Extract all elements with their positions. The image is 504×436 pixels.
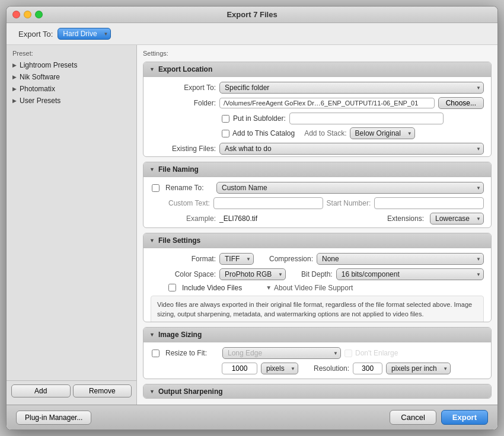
file-naming-section: ▼ File Naming Rename To: Custom Name <box>143 162 492 228</box>
subfolder-row: Put in Subfolder: <box>151 113 484 124</box>
output-sharpening-title: Output Sharpening <box>158 387 223 396</box>
image-sizing-title: Image Sizing <box>158 331 202 339</box>
include-video-label: Include Video Files <box>182 284 242 292</box>
image-sizing-header[interactable]: ▼ Image Sizing <box>143 328 491 342</box>
existing-files-select[interactable]: Ask what to do <box>219 143 484 155</box>
sidebar-item-nik-software[interactable]: ▶ Nik Software <box>7 71 136 83</box>
sidebar-item-label: Nik Software <box>20 73 60 81</box>
start-number-input[interactable] <box>374 197 484 209</box>
resolution-unit-wrap[interactable]: pixels per inch <box>386 363 451 374</box>
section-collapse-icon: ▼ <box>149 332 155 338</box>
extensions-select[interactable]: Lowercase <box>430 213 484 225</box>
color-bitdepth-row: Color Space: ProPhoto RGB Bit Depth: 16 … <box>151 268 484 280</box>
export-location-section: ▼ Export Location Export To: Specific fo… <box>143 62 492 157</box>
export-to-field-select[interactable]: Specific folder <box>219 82 484 94</box>
pixels-unit-select[interactable]: pixels <box>261 363 298 374</box>
file-settings-header[interactable]: ▼ File Settings <box>143 233 491 248</box>
rename-to-select-wrap[interactable]: Custom Name <box>216 182 484 194</box>
dont-enlarge-label: Don't Enlarge <box>355 349 398 357</box>
compression-select[interactable]: None <box>317 253 484 265</box>
export-location-header[interactable]: ▼ Export Location <box>143 62 491 77</box>
export-to-row: Export To: Specific folder <box>151 82 484 94</box>
plugin-manager-button[interactable]: Plug-in Manager... <box>16 411 91 425</box>
resize-select-wrap[interactable]: Long Edge <box>222 347 341 359</box>
rename-to-select[interactable]: Custom Name <box>216 182 484 194</box>
color-space-label: Color Space: <box>151 270 216 278</box>
rename-to-checkbox[interactable] <box>152 184 160 192</box>
include-video-checkbox[interactable] <box>168 284 176 291</box>
resize-row: Resize to Fit: Long Edge Don't Enlarge <box>151 347 484 359</box>
section-collapse-icon: ▼ <box>149 238 155 243</box>
output-sharpening-section: ▼ Output Sharpening <box>143 384 492 399</box>
subfolder-label: Put in Subfolder: <box>233 114 286 123</box>
pixels-input[interactable] <box>222 363 257 374</box>
dont-enlarge-row: Don't Enlarge <box>344 349 398 357</box>
sidebar: Preset: ▶ Lightroom Presets ▶ Nik Softwa… <box>7 45 137 405</box>
put-in-subfolder-checkbox[interactable] <box>222 115 229 123</box>
right-buttons: Cancel Export <box>390 410 488 425</box>
export-to-select-wrap[interactable]: Hard Drive <box>58 28 111 40</box>
resolution-label: Resolution: <box>314 364 349 373</box>
custom-text-input[interactable] <box>213 197 323 209</box>
window-controls <box>12 11 43 18</box>
bit-depth-select-wrap[interactable]: 16 bits/component <box>336 268 484 280</box>
example-label: Example: <box>168 214 216 223</box>
remove-preset-button[interactable]: Remove <box>73 384 132 397</box>
bit-depth-select[interactable]: 16 bits/component <box>336 268 484 280</box>
existing-files-select-wrap[interactable]: Ask what to do <box>219 143 484 155</box>
section-collapse-icon: ▼ <box>149 166 155 172</box>
titlebar: Export 7 Files <box>7 7 497 23</box>
triangle-icon: ▼ <box>266 284 272 291</box>
resize-to-fit-checkbox[interactable] <box>152 350 160 357</box>
file-naming-title: File Naming <box>158 165 199 174</box>
maximize-button[interactable] <box>35 11 43 18</box>
add-to-stack-select-wrap[interactable]: Below Original <box>350 127 415 139</box>
dont-enlarge-checkbox[interactable] <box>344 350 352 357</box>
section-collapse-icon: ▼ <box>149 66 155 72</box>
export-to-select[interactable]: Hard Drive <box>58 28 111 40</box>
folder-path[interactable]: /Volumes/FreeAgent GoFlex Dr…6_ENP_OUTPU… <box>219 98 435 108</box>
extensions-label: Extensions: <box>387 214 424 223</box>
resize-select[interactable]: Long Edge <box>222 347 341 359</box>
export-button[interactable]: Export <box>441 410 488 425</box>
cancel-button[interactable]: Cancel <box>390 410 436 425</box>
format-label: Format: <box>151 255 216 263</box>
add-to-catalog-checkbox[interactable] <box>222 130 229 137</box>
extensions-select-wrap[interactable]: Lowercase <box>430 213 484 225</box>
output-sharpening-header[interactable]: ▼ Output Sharpening <box>143 384 491 399</box>
format-select[interactable]: TIFF <box>219 253 254 265</box>
close-button[interactable] <box>12 11 20 18</box>
custom-text-label: Custom Text: <box>168 199 210 207</box>
sidebar-item-photomatix[interactable]: ▶ Photomatix <box>7 83 136 95</box>
about-video[interactable]: ▼ About Video File Support <box>266 284 353 292</box>
resolution-unit-select[interactable]: pixels per inch <box>386 363 451 374</box>
sidebar-item-lightroom-presets[interactable]: ▶ Lightroom Presets <box>7 59 136 71</box>
rename-to-row: Rename To: Custom Name <box>151 182 484 194</box>
arrow-icon: ▶ <box>12 86 17 92</box>
pixels-unit-wrap[interactable]: pixels <box>261 363 298 374</box>
folder-row: Folder: /Volumes/FreeAgent GoFlex Dr…6_E… <box>151 97 484 109</box>
color-space-select-wrap[interactable]: ProPhoto RGB <box>219 268 286 280</box>
color-space-select[interactable]: ProPhoto RGB <box>219 268 286 280</box>
resolution-input[interactable] <box>353 363 382 374</box>
bottom-bar: Plug-in Manager... Cancel Export <box>7 405 497 429</box>
choose-folder-button[interactable]: Choose... <box>438 97 484 109</box>
start-number-label: Start Number: <box>327 199 371 207</box>
sidebar-item-user-presets[interactable]: ▶ User Presets <box>7 95 136 107</box>
file-naming-header[interactable]: ▼ File Naming <box>143 162 491 177</box>
minimize-button[interactable] <box>24 11 31 18</box>
subfolder-input[interactable] <box>289 113 444 124</box>
pixels-resolution-row: pixels Resolution: pixels per inch <box>151 363 484 374</box>
format-select-wrap[interactable]: TIFF <box>219 253 254 265</box>
compression-select-wrap[interactable]: None <box>317 253 484 265</box>
add-to-catalog-label: Add to This Catalog <box>232 129 295 137</box>
export-to-field-wrap[interactable]: Specific folder <box>219 82 484 94</box>
main-window: Export 7 Files Export To: Hard Drive Pre… <box>6 6 498 430</box>
sidebar-item-label: Lightroom Presets <box>20 61 77 69</box>
existing-files-row: Existing Files: Ask what to do <box>151 143 484 155</box>
add-to-stack-select[interactable]: Below Original <box>350 127 415 139</box>
add-preset-button[interactable]: Add <box>11 384 71 397</box>
content-area: Settings: ▼ Export Location Export To: S… <box>137 45 497 405</box>
export-to-bar: Export To: Hard Drive <box>7 23 497 45</box>
format-compression-row: Format: TIFF Compression: None <box>151 253 484 265</box>
